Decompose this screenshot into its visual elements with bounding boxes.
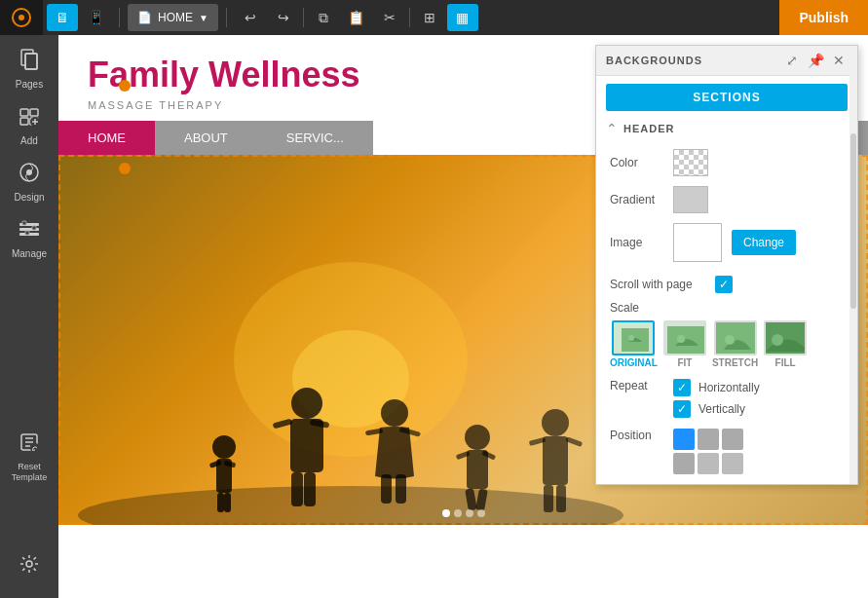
- nav-services[interactable]: SERVIC...: [257, 121, 373, 155]
- svg-rect-3: [25, 54, 37, 69]
- gradient-swatch[interactable]: [673, 186, 708, 213]
- sidebar-item-pages[interactable]: Pages: [3, 43, 56, 95]
- chevron-up-icon[interactable]: ⌃: [606, 121, 618, 136]
- pos-top-left[interactable]: [673, 429, 695, 450]
- svg-rect-41: [381, 474, 392, 504]
- pos-top-right[interactable]: [722, 429, 743, 450]
- dot-4[interactable]: [477, 509, 485, 517]
- change-button[interactable]: Change: [732, 230, 796, 255]
- device-icons: 🖥 📱: [43, 4, 115, 31]
- dot-1[interactable]: [442, 509, 450, 517]
- svg-rect-7: [20, 118, 28, 125]
- color-swatch[interactable]: [673, 149, 708, 176]
- cut-button[interactable]: ✂: [374, 4, 405, 31]
- scrollbar-thumb: [850, 133, 856, 309]
- grid-active-icon[interactable]: ▦: [447, 4, 478, 31]
- image-preview[interactable]: [673, 223, 722, 262]
- header-section: ⌃ HEADER: [596, 115, 857, 144]
- svg-rect-54: [556, 485, 566, 512]
- repeat-label: Repeat: [610, 379, 663, 392]
- svg-point-32: [291, 388, 322, 419]
- nav-about[interactable]: ABOUT: [155, 121, 257, 155]
- separator-1: [119, 8, 120, 27]
- add-icon: [18, 104, 41, 132]
- svg-rect-5: [20, 109, 28, 116]
- reset-template-button[interactable]: ResetTemplate: [3, 427, 56, 487]
- svg-point-60: [677, 335, 685, 343]
- svg-point-22: [26, 561, 32, 567]
- repeat-horizontal-row: ✓ Horizontally: [673, 379, 760, 396]
- desktop-icon[interactable]: 🖥: [47, 4, 78, 31]
- sections-tab[interactable]: SECTIONS: [606, 84, 848, 111]
- svg-point-26: [212, 435, 236, 459]
- left-sidebar: Pages Add Design: [0, 35, 58, 598]
- panel-scrollbar[interactable]: [849, 46, 857, 484]
- scale-stretch[interactable]: STRETCH: [712, 320, 758, 368]
- settings-button[interactable]: [3, 540, 56, 592]
- dot-2[interactable]: [454, 509, 462, 517]
- scale-fill-thumb: [764, 320, 807, 355]
- repeat-vertical-row: ✓ Vertically: [673, 400, 760, 418]
- svg-rect-30: [217, 493, 224, 512]
- scale-fill[interactable]: FILL: [764, 320, 807, 368]
- pos-top-center[interactable]: [698, 429, 719, 450]
- copy-button[interactable]: ⧉: [308, 4, 339, 31]
- scale-options: ORIGINAL FIT: [610, 320, 844, 368]
- panel-title: BACKGROUNDS: [606, 55, 702, 66]
- tablet-icon[interactable]: 📱: [80, 4, 111, 31]
- sidebar-item-add[interactable]: Add: [3, 99, 56, 152]
- separator-4: [409, 8, 410, 27]
- nav-home[interactable]: HOME: [58, 121, 155, 155]
- design-label: Design: [14, 192, 44, 204]
- backgrounds-panel: BACKGROUNDS ⤢ 📌 ✕ SECTIONS ⌃ HEADER Colo…: [595, 45, 858, 485]
- position-section: Position: [596, 423, 857, 484]
- repeat-horizontal-checkbox[interactable]: ✓: [673, 379, 691, 396]
- pin-icon[interactable]: 📌: [807, 52, 824, 69]
- scale-fit[interactable]: FIT: [663, 320, 706, 368]
- sidebar-item-manage[interactable]: Manage: [3, 212, 56, 265]
- design-icon: [18, 161, 41, 189]
- main-area: Family Wellness MASSAGE THERAPY HOME ABO…: [58, 35, 868, 598]
- separator-2: [226, 8, 227, 27]
- scale-section: Scale ORIGINAL: [596, 296, 857, 373]
- svg-rect-62: [716, 322, 757, 355]
- svg-rect-36: [291, 472, 303, 506]
- scale-original[interactable]: ORIGINAL: [610, 320, 658, 368]
- svg-point-21: [30, 443, 40, 453]
- home-tab[interactable]: 📄 HOME ▼: [128, 4, 218, 31]
- position-label: Position: [610, 429, 663, 442]
- publish-button[interactable]: Publish: [779, 0, 868, 35]
- handle-top-left[interactable]: [119, 80, 131, 92]
- paste-button[interactable]: 📋: [341, 4, 372, 31]
- pos-mid-left[interactable]: [673, 453, 695, 474]
- gradient-label: Gradient: [610, 193, 663, 206]
- repeat-options: ✓ Horizontally ✓ Vertically: [673, 379, 760, 418]
- action-icons: ↩ ↪ ⧉ 📋 ✂ ⊞ ▦: [231, 4, 482, 31]
- carousel-dots: [442, 509, 485, 517]
- sidebar-item-design[interactable]: Design: [3, 156, 56, 208]
- svg-point-65: [772, 334, 783, 346]
- manage-icon: [18, 217, 41, 245]
- expand-icon[interactable]: ⤢: [783, 52, 801, 69]
- dot-3[interactable]: [466, 509, 473, 517]
- image-row: Image Change: [596, 218, 857, 267]
- caret-icon: ▼: [199, 13, 208, 23]
- pages-icon: [18, 48, 41, 76]
- scroll-checkbox[interactable]: ✓: [715, 276, 733, 293]
- logo[interactable]: [0, 0, 43, 35]
- original-label: ORIGINAL: [610, 357, 658, 368]
- pos-mid-center[interactable]: [698, 453, 719, 474]
- pos-mid-right[interactable]: [722, 453, 743, 474]
- svg-point-38: [381, 399, 408, 427]
- add-label: Add: [20, 135, 38, 147]
- svg-point-43: [465, 425, 490, 450]
- svg-rect-33: [290, 419, 323, 472]
- grid-icon[interactable]: ⊞: [414, 4, 445, 31]
- header-label: HEADER: [623, 123, 674, 134]
- repeat-vertical-checkbox[interactable]: ✓: [673, 400, 691, 418]
- close-icon[interactable]: ✕: [830, 52, 848, 69]
- svg-point-25: [78, 486, 623, 525]
- redo-button[interactable]: ↪: [268, 4, 299, 31]
- undo-button[interactable]: ↩: [235, 4, 266, 31]
- scale-label: Scale: [610, 301, 844, 315]
